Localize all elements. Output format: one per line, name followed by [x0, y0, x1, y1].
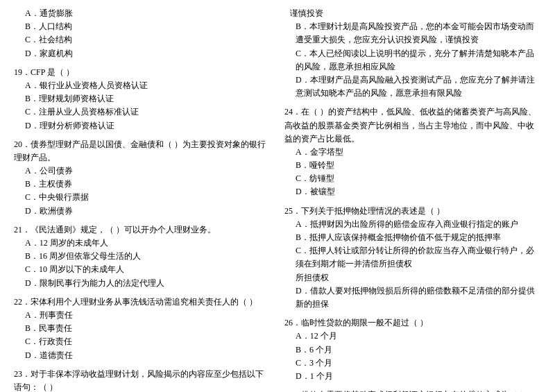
q27-title: 27．借款人需要将其动产或权利凭证交银行占有的贷款方式为（ ）	[284, 389, 541, 392]
option-D-prev: D．家庭机构	[14, 47, 271, 60]
q26-optC: C．3 个月	[284, 357, 541, 370]
q24-optC: C．纺锤型	[284, 172, 541, 185]
q25-optA: A．抵押财因为出险所得的赔偿金应存入商业银行指定的账户	[284, 218, 541, 231]
q21-title: 21．《民法通则》规定，（ ）可以开办个人理财业务。	[14, 223, 271, 237]
question-block-prev-options: A．通货膨胀 B．人口结构 C．社会结构 D．家庭机构	[14, 7, 271, 60]
q19-title: 19．CFP 是（ ）	[14, 66, 271, 79]
option-A-prev: A．通货膨胀	[14, 7, 271, 20]
q23-continue-title: 谨慎投资	[284, 7, 541, 20]
q19-optB: B．理财规划师资格认证	[14, 92, 271, 105]
q19-optA: A．银行业从业资格人员资格认证	[14, 79, 271, 92]
option-B-prev: B．人口结构	[14, 20, 271, 33]
q25-title: 25．下列关于抵押物处理情况的表述是（ ）	[284, 205, 541, 218]
q23-optC: C．本人已经阅读以上说明书的提示，充分了解并清楚知晓本产品的风险，愿意承担相应风…	[284, 47, 541, 74]
option-C-prev: C．社会结构	[14, 33, 271, 46]
question-23: 23．对于非保本浮动收益理财计划，风险揭示的内容应至少包括以下语句：（ ） A．…	[14, 368, 271, 392]
q25-optD: D．借款人要对抵押物毁损后所得的赔偿数额不足清偿的部分提供新的担保	[284, 284, 541, 311]
q20-optC: C．中央银行票据	[14, 191, 271, 204]
q19-optD: D．理财分析师资格认证	[14, 119, 271, 133]
q23-optD: D．本理财产品是高风险融入投资测试产品，您应充分了解并请注意测试知晓本产品的风险…	[284, 74, 541, 100]
q21-optC: C．10 周岁以下的未成年人	[14, 263, 271, 276]
q22-optD: D．道德责任	[14, 349, 271, 362]
q21-optB: B．16 周岁但依靠父母生活的人	[14, 250, 271, 263]
right-column: 谨慎投资 B．本理财计划是高风险投资产品，您的本金可能会因市场变动而遭受重大损失…	[284, 7, 541, 392]
q21-optD: D．限制民事行为能力人的法定代理人	[14, 277, 271, 290]
question-19: 19．CFP 是（ ） A．银行业从业资格人员资格认证 B．理财规划师资格认证 …	[14, 66, 271, 133]
q26-optB: B．6 个月	[284, 343, 541, 357]
q23-continued: 谨慎投资 B．本理财计划是高风险投资产品，您的本金可能会因市场变动而遭受重大损失…	[284, 7, 541, 100]
q24-optB: B．哑铃型	[284, 159, 541, 172]
q26-optA: A．12 个月	[284, 330, 541, 343]
question-20: 20．债券型理财产品是以国债、金融债和（ ）为主要投资对象的银行理财产品。 A．…	[14, 138, 271, 218]
question-21: 21．《民法通则》规定，（ ）可以开办个人理财业务。 A．12 周岁的未成年人 …	[14, 223, 271, 290]
q25-optB: B．抵押人应该保持概金抵押物价值不低于规定的抵押率	[284, 231, 541, 244]
q21-optA: A．12 周岁的未成年人	[14, 237, 271, 250]
question-27: 27．借款人需要将其动产或权利凭证交银行占有的贷款方式为（ ） A．质押贷款 B…	[284, 389, 541, 392]
q25-optC: C．抵押人转让或部分转让所得的价款应当存入商业银行特户，必须在到期才能一并清偿所…	[284, 244, 541, 271]
question-24: 24．在（ ）的资产结构中，低风险、低收益的储蓄类资产与高风险、高收益的股票基金…	[284, 105, 541, 198]
question-26: 26．临时性贷款的期限一般不超过（ ） A．12 个月 B．6 个月 C．3 个…	[284, 316, 541, 383]
q23-optB: B．本理财计划是高风险投资产品，您的本金可能会因市场变动而遭受重大损失，您应充分…	[284, 20, 541, 46]
q20-optB: B．主权债券	[14, 178, 271, 191]
q22-title: 22．宋体利用个人理财业务从事洗钱活动需追究相关责任人的（ ）	[14, 296, 271, 309]
q22-optC: C．行政责任	[14, 335, 271, 348]
q20-title: 20．债券型理财产品是以国债、金融债和（ ）为主要投资对象的银行理财产品。	[14, 138, 271, 164]
q25-optD-label: 所担债权	[284, 271, 541, 284]
q24-title: 24．在（ ）的资产结构中，低风险、低收益的储蓄类资产与高风险、高收益的股票基金…	[284, 105, 541, 146]
q20-optD: D．欧洲债券	[14, 205, 271, 218]
q24-optD: D．被镶型	[284, 185, 541, 198]
q26-optD: D．1 个月	[284, 370, 541, 383]
q22-optA: A．刑事责任	[14, 309, 271, 322]
q22-optB: B．民事责任	[14, 322, 271, 335]
q26-title: 26．临时性贷款的期限一般不超过（ ）	[284, 316, 541, 330]
q24-optA: A．金字塔型	[284, 146, 541, 159]
left-column: A．通货膨胀 B．人口结构 C．社会结构 D．家庭机构 19．CFP 是（ ） …	[14, 7, 271, 392]
question-25: 25．下列关于抵押物处理情况的表述是（ ） A．抵押财因为出险所得的赔偿金应存入…	[284, 205, 541, 312]
page-container: A．通货膨胀 B．人口结构 C．社会结构 D．家庭机构 19．CFP 是（ ） …	[14, 7, 541, 392]
q23-title: 23．对于非保本浮动收益理财计划，风险揭示的内容应至少包括以下语句：（ ）	[14, 368, 271, 392]
question-22: 22．宋体利用个人理财业务从事洗钱活动需追究相关责任人的（ ） A．刑事责任 B…	[14, 296, 271, 362]
q20-optA: A．公司债券	[14, 164, 271, 178]
q19-optC: C．注册从业人员资格标准认证	[14, 105, 271, 119]
